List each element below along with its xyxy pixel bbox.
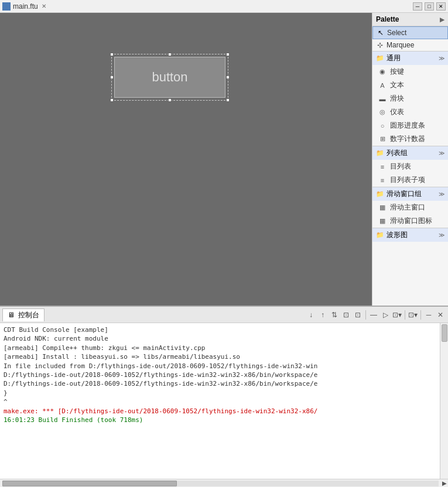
console-hscroll-track[interactable] xyxy=(2,481,439,486)
console-tab[interactable]: 🖥 控制台 xyxy=(2,308,45,321)
palette-section-general: 📁 通用 ≫ ◉ 按键 A 文本 ▬ 滑块 ◎ xyxy=(372,51,448,146)
palette-section-scroll-header[interactable]: 📁 滑动窗口组 ≫ xyxy=(372,187,448,201)
console-pin-btn[interactable]: ⊡▾ xyxy=(408,310,418,320)
palette-section-waveform: 📁 波形图 ≫ xyxy=(372,228,448,242)
console-minimize-btn[interactable]: ─ xyxy=(423,310,434,320)
circular-progress-label: 圆形进度条 xyxy=(390,121,425,131)
canvas-widget[interactable]: button xyxy=(111,54,228,101)
palette-item-list-item[interactable]: ≡ 目列表子项 xyxy=(372,173,448,187)
console-hscroll-thumb[interactable] xyxy=(2,481,177,486)
counter-icon: ⊞ xyxy=(378,135,387,143)
minimize-button[interactable]: ─ xyxy=(413,2,422,11)
palette-section-list: 📁 列表组 ≫ ≡ 目列表 ≡ 目列表子项 xyxy=(372,146,448,187)
console-line-5: D:/flythings-ide-out/2018-0609-1052/flyt… xyxy=(4,379,444,388)
title-bar-left: main.ftu ✕ xyxy=(2,2,47,11)
maximize-button[interactable]: □ xyxy=(425,2,434,11)
list-folder-icon: 📁 xyxy=(376,149,384,157)
console-copy-btn[interactable]: ⊡ xyxy=(353,310,363,320)
palette-section-waveform-left: 📁 波形图 xyxy=(376,230,408,240)
waveform-folder-icon: 📁 xyxy=(376,231,384,239)
marquee-label: Marquee xyxy=(387,41,414,49)
console-content[interactable]: CDT Build Console [example] Android NDK:… xyxy=(0,323,448,479)
console-line-2: [armeabi] Install : libeasyui.so => libs… xyxy=(4,352,444,361)
app-icon xyxy=(2,2,11,11)
handle-top-left[interactable] xyxy=(110,53,114,56)
waveform-section-label: 波形图 xyxy=(387,230,408,240)
handle-mid-right[interactable] xyxy=(226,76,230,79)
scroll-window-icon: ▦ xyxy=(378,204,387,212)
palette-item-text[interactable]: A 文本 xyxy=(372,78,448,92)
text-label: 文本 xyxy=(390,80,404,90)
close-button[interactable]: ✕ xyxy=(436,2,446,11)
palette-panel: Palette ▶ ↖ Select ⊹ Marquee 📁 通用 xyxy=(372,13,448,306)
palette-section-list-header[interactable]: 📁 列表组 ≫ xyxy=(372,146,448,160)
list-section-label: 列表组 xyxy=(387,148,408,158)
handle-top-mid[interactable] xyxy=(168,53,172,56)
top-area: button Palette ▶ ↖ Select ⊹ Marquee xyxy=(0,13,448,306)
console-close-console-btn[interactable]: ✕ xyxy=(435,310,446,320)
list-icon: ≡ xyxy=(378,163,387,171)
waveform-expand-icon[interactable]: ≫ xyxy=(439,232,444,238)
console-line-3: In file included from D:/flythings-ide-o… xyxy=(4,362,444,371)
console-hscroll-right-btn[interactable]: ▶ xyxy=(441,480,448,486)
console-scrollbar-thumb[interactable] xyxy=(442,324,447,342)
console-wrap-btn[interactable]: ⊡ xyxy=(341,310,351,320)
canvas-area[interactable]: button xyxy=(0,13,372,306)
console-run-btn[interactable]: ▷ xyxy=(380,310,391,320)
palette-tool-marquee[interactable]: ⊹ Marquee xyxy=(372,39,448,51)
slider-icon: ▬ xyxy=(378,95,387,103)
palette-section-waveform-header[interactable]: 📁 波形图 ≫ xyxy=(372,228,448,242)
list-label: 目列表 xyxy=(390,162,411,172)
handle-bottom-left[interactable] xyxy=(110,98,114,102)
list-expand-icon[interactable]: ≫ xyxy=(439,150,444,156)
handle-bottom-right[interactable] xyxy=(226,98,230,102)
gauge-icon: ◎ xyxy=(378,108,387,116)
list-item-icon: ≡ xyxy=(378,176,387,184)
console-dropdown-btn[interactable]: ⊡▾ xyxy=(392,310,402,320)
list-item-label: 目列表子项 xyxy=(390,175,425,185)
marquee-icon: ⊹ xyxy=(376,41,384,49)
button-icon: ◉ xyxy=(378,68,387,76)
handle-mid-left[interactable] xyxy=(110,76,114,79)
console-line-1: [armeabi] Compile++ thumb: zkgui <= main… xyxy=(4,344,444,352)
palette-item-slider[interactable]: ▬ 滑块 xyxy=(372,92,448,105)
title-bar-title: main.ftu xyxy=(13,2,38,11)
console-line-6: } xyxy=(4,389,444,397)
palette-tool-select[interactable]: ↖ Select xyxy=(372,26,448,39)
handle-top-right[interactable] xyxy=(226,53,230,56)
title-bar: main.ftu ✕ ─ □ ✕ xyxy=(0,0,448,13)
scroll-icon-icon: ▦ xyxy=(378,217,387,225)
palette-item-gauge[interactable]: ◎ 仪表 xyxy=(372,105,448,119)
console-tab-label: 控制台 xyxy=(18,310,39,320)
general-section-label: 通用 xyxy=(387,53,401,63)
console-clear-btn[interactable]: — xyxy=(368,310,379,320)
palette-item-list[interactable]: ≡ 目列表 xyxy=(372,160,448,173)
palette-expand-icon[interactable]: ▶ xyxy=(440,16,444,23)
palette-section-general-header[interactable]: 📁 通用 ≫ xyxy=(372,52,448,65)
console-up-btn[interactable]: ↑ xyxy=(317,310,328,320)
scroll-folder-icon: 📁 xyxy=(376,190,384,198)
scroll-icon-label: 滑动窗口图标 xyxy=(390,216,432,226)
handle-bottom-mid[interactable] xyxy=(168,98,172,102)
palette-item-counter[interactable]: ⊞ 数字计数器 xyxy=(372,132,448,146)
palette-item-circular-progress[interactable]: ○ 圆形进度条 xyxy=(372,119,448,132)
console-scrollbar[interactable] xyxy=(440,323,448,479)
console-hscroll[interactable]: ▶ xyxy=(0,479,448,487)
console-separator-3 xyxy=(420,310,421,320)
palette-section-scroll: 📁 滑动窗口组 ≫ ▦ 滑动主窗口 ▦ 滑动窗口图标 xyxy=(372,187,448,228)
palette-item-button[interactable]: ◉ 按键 xyxy=(372,65,448,78)
tab-close-button[interactable]: ✕ xyxy=(40,3,47,9)
console-line-0: Android NDK: current module xyxy=(4,334,444,343)
console-down-btn[interactable]: ↓ xyxy=(306,310,316,320)
general-expand-icon[interactable]: ≫ xyxy=(439,55,444,61)
gauge-label: 仪表 xyxy=(390,107,404,117)
console-separator-2 xyxy=(405,310,405,320)
select-icon: ↖ xyxy=(377,29,385,37)
bottom-area: 🖥 控制台 ↓ ↑ ⇅ ⊡ ⊡ — ▷ ⊡▾ ⊡▾ ─ ✕ xyxy=(0,306,448,487)
select-label: Select xyxy=(387,29,406,37)
scroll-expand-icon[interactable]: ≫ xyxy=(439,191,444,197)
palette-item-scroll-icon[interactable]: ▦ 滑动窗口图标 xyxy=(372,214,448,228)
console-sort-btn[interactable]: ⇅ xyxy=(329,310,340,320)
palette-section-general-left: 📁 通用 xyxy=(376,53,401,63)
palette-item-scroll-window[interactable]: ▦ 滑动主窗口 xyxy=(372,201,448,214)
